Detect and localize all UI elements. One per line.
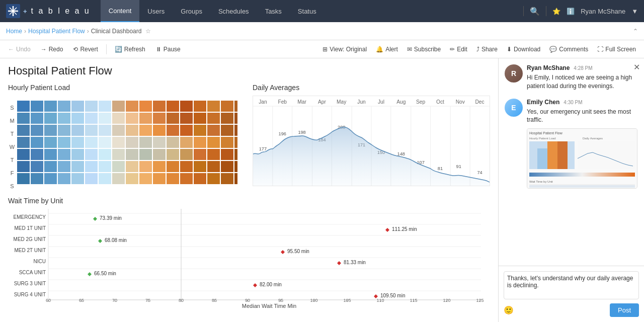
bookmark-icon[interactable]: ☆ <box>145 28 151 35</box>
svg-rect-14 <box>44 101 57 112</box>
svg-rect-75 <box>180 137 193 148</box>
svg-rect-91 <box>167 149 179 160</box>
svg-rect-20 <box>126 101 138 112</box>
main-area: Hospital Patient Flow Hourly Patient Loa… <box>0 58 644 322</box>
breadcrumb-home[interactable]: Home <box>6 28 22 35</box>
comment-time: 4:30 PM <box>564 100 582 105</box>
svg-text:73.39 min: 73.39 min <box>100 215 122 221</box>
undo-button[interactable]: ← Undo <box>4 44 35 55</box>
svg-rect-66 <box>58 137 70 148</box>
avatar: R <box>505 64 523 83</box>
svg-rect-88 <box>126 149 138 160</box>
svg-text:82.00 min: 82.00 min <box>260 282 282 287</box>
svg-rect-13 <box>31 101 43 112</box>
emoji-icon[interactable]: 🙂 <box>504 305 514 315</box>
comment-item: R Ryan McShane 4:28 PM Hi Emily, I notic… <box>505 64 638 91</box>
svg-text:Jun: Jun <box>357 99 365 105</box>
x-axis-title: Median Wait Time Min <box>48 303 490 309</box>
subscribe-button[interactable]: ✉ Subscribe <box>403 44 445 55</box>
svg-marker-223 <box>337 261 341 265</box>
redo-button[interactable]: → Redo <box>37 44 67 55</box>
daily-averages-section: Daily Averages <box>253 84 490 189</box>
svg-rect-93 <box>194 149 206 160</box>
edit-button[interactable]: ✏ Edit <box>446 44 471 55</box>
breadcrumb-collapse[interactable]: ⌃ <box>633 28 638 35</box>
nav-schedules[interactable]: Schedules <box>210 0 257 22</box>
comments-panel: ✕ R Ryan McShane 4:28 PM Hi Emily, I not… <box>498 58 644 322</box>
svg-rect-46 <box>17 125 30 136</box>
user-chevron[interactable]: ▼ <box>631 8 638 15</box>
svg-rect-123 <box>139 173 152 184</box>
svg-text:95: 95 <box>278 298 283 302</box>
nav-groups[interactable]: Groups <box>173 0 210 22</box>
svg-rect-56 <box>153 125 166 136</box>
svg-rect-48 <box>44 125 57 136</box>
comments-icon: 💬 <box>549 46 557 53</box>
nav-users[interactable]: Users <box>139 0 173 22</box>
svg-rect-30 <box>31 113 43 124</box>
comment-input[interactable] <box>504 271 639 299</box>
svg-text:S: S <box>10 105 14 111</box>
svg-rect-62 <box>234 125 237 136</box>
svg-rect-106 <box>139 161 152 172</box>
comments-button[interactable]: 💬 Comments <box>545 44 592 55</box>
svg-rect-97 <box>17 161 30 172</box>
user-name[interactable]: Ryan McShane <box>581 8 625 15</box>
heatmap-section: Hourly Patient Load S M T W T F S <box>8 84 245 189</box>
svg-rect-86 <box>99 149 111 160</box>
svg-text:SCCA UNIT: SCCA UNIT <box>19 270 46 275</box>
svg-rect-126 <box>180 173 193 184</box>
svg-rect-236 <box>547 141 557 169</box>
info-icon[interactable]: ℹ️ <box>567 8 575 15</box>
search-icon[interactable]: 🔍 <box>530 7 540 16</box>
svg-text:125: 125 <box>476 298 484 302</box>
svg-rect-90 <box>153 149 166 160</box>
svg-rect-83 <box>58 149 70 160</box>
nav-content[interactable]: Content <box>101 0 140 22</box>
svg-text:74: 74 <box>477 170 482 175</box>
svg-text:60: 60 <box>46 298 51 302</box>
share-icon: ⤴ <box>476 46 479 53</box>
comment-header: Emily Chen 4:30 PM <box>527 99 638 106</box>
comment-text: Hi Emily, I noticed we are seeing a high… <box>527 73 638 91</box>
svg-rect-120 <box>99 173 111 184</box>
comment-content: Ryan McShane 4:28 PM Hi Emily, I noticed… <box>527 64 638 91</box>
toolbar-sep-1 <box>106 44 107 54</box>
nav-status[interactable]: Status <box>290 0 325 22</box>
post-button[interactable]: Post <box>610 303 639 317</box>
breadcrumb-sep-1: › <box>24 28 26 35</box>
svg-text:T: T <box>11 131 14 137</box>
svg-rect-238 <box>537 148 547 169</box>
svg-rect-18 <box>99 101 111 112</box>
commenter-name: Ryan McShane <box>527 64 570 71</box>
refresh-button[interactable]: 🔄 Refresh <box>111 44 149 55</box>
svg-marker-215 <box>93 217 97 221</box>
svg-rect-41 <box>180 113 193 124</box>
view-button[interactable]: ⊞ View: Original <box>318 44 371 55</box>
revert-button[interactable]: ⟲ Revert <box>69 44 102 55</box>
svg-rect-51 <box>85 125 98 136</box>
svg-rect-105 <box>126 161 138 172</box>
star-icon[interactable]: ⭐ <box>552 8 560 15</box>
download-icon: ⬇ <box>507 46 512 53</box>
alert-button[interactable]: 🔔 Alert <box>372 44 402 55</box>
share-button[interactable]: ⤴ Share <box>472 44 502 55</box>
download-button[interactable]: ⬇ Download <box>503 44 544 55</box>
svg-rect-102 <box>85 161 98 172</box>
fullscreen-button[interactable]: ⛶ Full Screen <box>593 44 640 55</box>
breadcrumb: Home › Hospital Patient Flow › Clinical … <box>6 28 151 35</box>
breadcrumb-sep-2: › <box>87 28 89 35</box>
svg-rect-54 <box>126 125 138 136</box>
breadcrumb-parent[interactable]: Hospital Patient Flow <box>28 28 85 35</box>
breadcrumb-bar: Home › Hospital Patient Flow › Clinical … <box>0 22 644 40</box>
pause-button[interactable]: ⏸ Pause <box>151 44 185 55</box>
svg-text:198: 198 <box>298 130 305 135</box>
close-comments-button[interactable]: ✕ <box>633 62 640 72</box>
svg-rect-44 <box>221 113 233 124</box>
svg-text:SURG 4 UNIT: SURG 4 UNIT <box>14 292 46 297</box>
svg-text:105: 105 <box>343 298 351 302</box>
svg-rect-45 <box>234 113 237 124</box>
svg-marker-219 <box>98 239 102 243</box>
nav-tasks[interactable]: Tasks <box>257 0 290 22</box>
svg-rect-67 <box>71 137 84 148</box>
